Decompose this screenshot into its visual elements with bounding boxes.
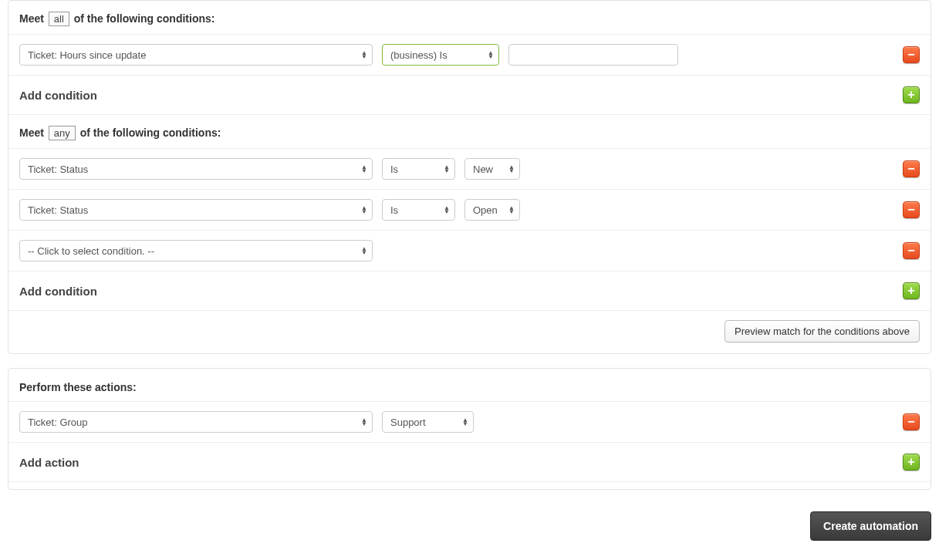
- minus-icon: −: [907, 49, 914, 61]
- condition-row: Ticket: Status ▲▼ Is ▲▼ New ▲▼: [8, 148, 931, 189]
- add-condition-row: Add condition +: [8, 75, 931, 114]
- condition-value-input[interactable]: [508, 44, 678, 66]
- select-arrows-icon: ▲▼: [361, 51, 367, 59]
- conditions-all-header-pre: Meet: [19, 12, 44, 25]
- minus-icon: −: [907, 204, 914, 216]
- select-arrows-icon: ▲▼: [361, 206, 367, 214]
- add-action-label: Add action: [19, 456, 79, 469]
- condition-operator-select[interactable]: Is ▲▼: [382, 199, 455, 221]
- remove-condition-button[interactable]: −: [903, 242, 920, 259]
- add-condition-label: Add condition: [19, 285, 97, 298]
- plus-icon: +: [907, 456, 914, 468]
- add-action-row: Add action +: [8, 442, 931, 481]
- select-arrows-icon: ▲▼: [361, 247, 367, 255]
- select-arrows-icon: ▲▼: [361, 165, 367, 173]
- condition-value-select[interactable]: Open ▲▼: [464, 199, 520, 221]
- conditions-any-header-pre: Meet: [19, 127, 44, 139]
- action-value-select[interactable]: Support ▲▼: [382, 411, 474, 433]
- create-automation-label: Create automation: [823, 520, 918, 532]
- add-condition-row: Add condition +: [8, 271, 931, 310]
- select-value: (business) Is: [390, 49, 448, 61]
- minus-icon: −: [907, 163, 914, 175]
- select-value: Ticket: Status: [28, 204, 88, 216]
- conditions-all-header: Meet all of the following conditions:: [8, 1, 931, 34]
- remove-condition-button[interactable]: −: [903, 46, 920, 63]
- select-value: -- Click to select condition. --: [28, 245, 154, 257]
- preview-match-button[interactable]: Preview match for the conditions above: [725, 320, 920, 342]
- action-row: Ticket: Group ▲▼ Support ▲▼ −: [8, 401, 931, 442]
- select-arrows-icon: ▲▼: [488, 51, 494, 59]
- select-value: Ticket: Group: [28, 417, 88, 428]
- select-arrows-icon: ▲▼: [361, 418, 367, 426]
- conditions-all-header-post: of the following conditions:: [74, 12, 215, 25]
- condition-row: Ticket: Hours since update ▲▼ (business)…: [8, 34, 931, 75]
- condition-value-select[interactable]: New ▲▼: [464, 158, 520, 180]
- condition-operator-select[interactable]: (business) Is ▲▼: [382, 44, 499, 66]
- actions-header: Perform these actions:: [8, 369, 931, 401]
- preview-row: Preview match for the conditions above: [8, 310, 931, 353]
- conditions-panel: Meet all of the following conditions: Ti…: [8, 0, 931, 354]
- action-field-select[interactable]: Ticket: Group ▲▼: [19, 411, 373, 433]
- minus-icon: −: [907, 245, 914, 257]
- add-condition-button[interactable]: +: [903, 86, 920, 103]
- condition-field-select[interactable]: Ticket: Status ▲▼: [19, 199, 373, 221]
- conditions-all-qualifier: all: [49, 12, 69, 26]
- plus-icon: +: [907, 89, 914, 101]
- add-condition-button[interactable]: +: [903, 282, 920, 299]
- condition-field-select[interactable]: -- Click to select condition. -- ▲▼: [19, 240, 373, 261]
- condition-field-select[interactable]: Ticket: Status ▲▼: [19, 158, 373, 180]
- add-action-button[interactable]: +: [903, 454, 920, 471]
- page-footer: Create automation: [8, 504, 931, 541]
- conditions-any-header: Meet any of the following conditions:: [8, 114, 931, 148]
- condition-field-select[interactable]: Ticket: Hours since update ▲▼: [19, 44, 373, 66]
- condition-row: Ticket: Status ▲▼ Is ▲▼ Open ▲▼: [8, 189, 931, 230]
- minus-icon: −: [907, 416, 914, 428]
- add-condition-label: Add condition: [19, 89, 97, 102]
- remove-condition-button[interactable]: −: [903, 201, 920, 218]
- select-value: Ticket: Status: [28, 164, 88, 175]
- select-arrows-icon: ▲▼: [508, 206, 515, 214]
- remove-action-button[interactable]: −: [903, 413, 920, 430]
- select-value: Is: [390, 164, 398, 175]
- select-value: Is: [390, 204, 398, 216]
- select-arrows-icon: ▲▼: [462, 418, 468, 426]
- select-value: Support: [390, 417, 426, 428]
- select-value: Open: [473, 204, 498, 216]
- remove-condition-button[interactable]: −: [903, 160, 920, 177]
- select-value: Ticket: Hours since update: [28, 49, 146, 61]
- select-arrows-icon: ▲▼: [444, 165, 450, 173]
- conditions-any-header-post: of the following conditions:: [80, 127, 221, 139]
- conditions-any-qualifier: any: [49, 126, 76, 140]
- select-arrows-icon: ▲▼: [508, 165, 515, 173]
- create-automation-button[interactable]: Create automation: [810, 511, 931, 541]
- condition-row: -- Click to select condition. -- ▲▼ −: [8, 230, 931, 271]
- condition-operator-select[interactable]: Is ▲▼: [382, 158, 455, 180]
- plus-icon: +: [907, 285, 914, 297]
- select-value: New: [473, 164, 493, 175]
- preview-match-label: Preview match for the conditions above: [735, 326, 910, 337]
- actions-panel: Perform these actions: Ticket: Group ▲▼ …: [8, 368, 931, 490]
- select-arrows-icon: ▲▼: [444, 206, 450, 214]
